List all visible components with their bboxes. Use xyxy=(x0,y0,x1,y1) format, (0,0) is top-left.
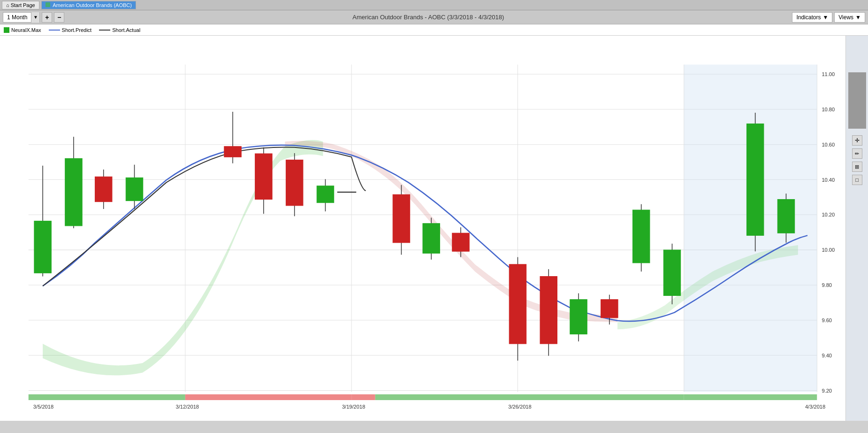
svg-rect-69 xyxy=(185,394,351,400)
indicators-button[interactable]: Indicators ▼ xyxy=(792,12,832,23)
short-predict-label: Short.Predict xyxy=(62,27,92,33)
short-actual-line xyxy=(99,30,110,31)
svg-rect-26 xyxy=(126,178,143,201)
svg-rect-24 xyxy=(95,177,112,201)
svg-rect-45 xyxy=(540,277,557,344)
zoom-in-button[interactable]: + xyxy=(42,12,52,23)
svg-rect-32 xyxy=(286,160,303,205)
tab-aobc[interactable]: American Outdoor Brands (AOBC) xyxy=(41,1,136,9)
svg-text:4/3/2018: 4/3/2018 xyxy=(805,404,825,410)
svg-text:10.80: 10.80 xyxy=(822,107,835,112)
legend-neuralx: NeuralX.Max xyxy=(4,27,41,33)
svg-text:3/5/2018: 3/5/2018 xyxy=(33,404,53,410)
svg-text:3/19/2018: 3/19/2018 xyxy=(342,404,365,410)
svg-text:3/12/2018: 3/12/2018 xyxy=(176,404,199,410)
short-actual-label: Short.Actual xyxy=(112,27,140,33)
neuralx-color-box xyxy=(4,27,9,33)
period-dropdown-arrow[interactable]: ▼ xyxy=(31,12,39,23)
svg-rect-68 xyxy=(29,394,185,400)
grey-indicator-bar xyxy=(848,72,866,129)
svg-text:9.60: 9.60 xyxy=(822,317,832,323)
svg-text:10.20: 10.20 xyxy=(822,212,835,217)
chart-title: American Outdoor Brands - AOBC (3/3/2018… xyxy=(66,14,790,21)
svg-rect-41 xyxy=(452,233,469,251)
svg-rect-57 xyxy=(777,200,794,233)
svg-rect-49 xyxy=(601,300,618,318)
start-page-icon: ⌂ xyxy=(6,2,9,8)
svg-text:11.00: 11.00 xyxy=(822,71,835,77)
pencil-icon[interactable]: ✏ xyxy=(852,148,862,159)
chart-area[interactable]: 11.00 10.80 10.60 10.40 10.20 10.00 9.80… xyxy=(0,36,845,421)
svg-rect-30 xyxy=(255,154,272,199)
svg-rect-39 xyxy=(423,224,440,254)
svg-rect-71 xyxy=(375,394,684,400)
svg-rect-43 xyxy=(509,264,526,344)
right-toolbar-buttons: Indicators ▼ Views ▼ xyxy=(792,12,865,23)
short-predict-line xyxy=(49,30,60,31)
period-selector[interactable]: 1 Month ▼ xyxy=(3,12,40,23)
svg-text:10.60: 10.60 xyxy=(822,142,835,147)
crosshair-icon[interactable]: ✛ xyxy=(852,135,862,146)
svg-rect-20 xyxy=(34,221,51,273)
tab-start-page[interactable]: ⌂ Start Page xyxy=(2,1,39,9)
svg-rect-70 xyxy=(351,394,375,400)
chart-container: 11.00 10.80 10.60 10.40 10.20 10.00 9.80… xyxy=(0,36,868,421)
views-button[interactable]: Views ▼ xyxy=(834,12,865,23)
svg-rect-53 xyxy=(663,250,680,295)
indicators-dropdown-icon: ▼ xyxy=(822,14,828,21)
zoom-out-button[interactable]: − xyxy=(54,12,64,23)
camera-icon[interactable]: □ xyxy=(852,175,862,185)
right-panel: ✛ ✏ ⊞ □ xyxy=(845,36,868,421)
svg-text:9.20: 9.20 xyxy=(822,387,832,393)
svg-text:3/26/2018: 3/26/2018 xyxy=(508,404,531,410)
svg-rect-34 xyxy=(317,186,334,203)
svg-rect-37 xyxy=(393,194,410,243)
views-dropdown-icon: ▼ xyxy=(855,14,861,21)
legend-short-predict: Short.Predict xyxy=(49,27,92,33)
svg-rect-55 xyxy=(746,124,763,236)
chart-svg: 11.00 10.80 10.60 10.40 10.20 10.00 9.80… xyxy=(0,36,845,421)
svg-rect-72 xyxy=(684,394,817,400)
svg-rect-51 xyxy=(632,210,649,263)
chart-icon xyxy=(46,2,50,7)
neuralx-label: NeuralX.Max xyxy=(11,27,41,33)
legend-short-actual: Short.Actual xyxy=(99,27,140,33)
svg-rect-28 xyxy=(224,147,241,157)
svg-text:9.40: 9.40 xyxy=(822,353,832,358)
chart-toolbar: 1 Month ▼ + − American Outdoor Brands - … xyxy=(0,10,868,24)
svg-rect-22 xyxy=(65,158,82,226)
svg-rect-47 xyxy=(570,300,587,334)
ruler-icon[interactable]: ⊞ xyxy=(852,162,862,172)
svg-text:9.80: 9.80 xyxy=(822,282,832,288)
chart-legend: NeuralX.Max Short.Predict Short.Actual xyxy=(0,24,868,36)
svg-text:10.40: 10.40 xyxy=(822,177,835,183)
tab-bar: ⌂ Start Page American Outdoor Brands (AO… xyxy=(0,0,868,10)
svg-text:10.00: 10.00 xyxy=(822,247,835,253)
